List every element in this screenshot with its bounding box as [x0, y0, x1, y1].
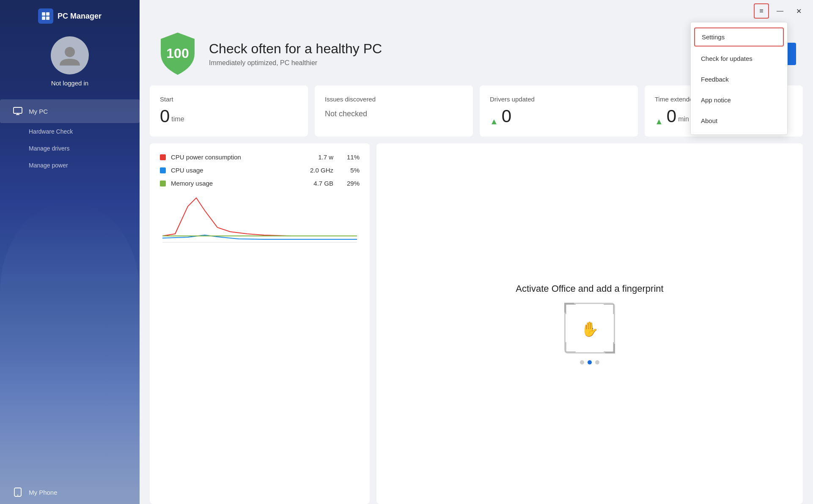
dropdown-item-about[interactable]: About	[691, 110, 787, 131]
fingerprint-container: ▶ ✋	[564, 303, 615, 353]
dropdown-menu: Settings Check for updates Feedback App …	[690, 22, 788, 135]
sidebar-item-my-pc[interactable]: My PC	[0, 99, 140, 123]
metrics-card: CPU power consumption 1.7 w 11% CPU usag…	[150, 143, 370, 504]
svg-text:✋: ✋	[581, 320, 599, 338]
stat-card-drivers: Drivers updated ▲ 0	[480, 85, 638, 137]
hero-title: Check often for a healthy PC	[209, 41, 382, 57]
metric-row-cpu-usage: CPU usage 2.0 GHz 5%	[160, 167, 360, 174]
app-header: PC Manager	[38, 8, 102, 24]
close-button[interactable]: ✕	[791, 3, 806, 19]
cpu-power-val: 1.7 w	[299, 153, 333, 161]
phone-icon	[13, 487, 23, 497]
metric-row-cpu-power: CPU power consumption 1.7 w 11%	[160, 153, 360, 161]
corner-brackets: ✋	[566, 304, 614, 352]
app-logo	[38, 8, 53, 24]
title-bar: ≡ — ✕	[140, 0, 813, 22]
time-arrow-icon: ▲	[655, 117, 663, 126]
minimize-button[interactable]: —	[772, 3, 788, 19]
user-status: Not logged in	[51, 79, 88, 87]
stat-label-drivers: Drivers updated	[490, 96, 628, 103]
sidebar-item-hardware-check[interactable]: Hardware Check	[0, 123, 140, 140]
svg-rect-5	[14, 107, 22, 113]
menu-button[interactable]: ≡	[754, 3, 769, 19]
stat-card-issues: Issues discovered Not checked	[315, 85, 473, 137]
cpu-power-pct: 11%	[338, 153, 360, 161]
cpu-power-name: CPU power consumption	[171, 153, 294, 161]
dot-3[interactable]	[595, 360, 599, 364]
svg-point-4	[65, 47, 75, 57]
my-phone-label: My Phone	[29, 489, 58, 496]
cpu-usage-pct: 5%	[338, 167, 360, 174]
cpu-usage-dot	[160, 167, 166, 173]
shield-svg: 100	[157, 30, 199, 77]
promo-title: Activate Office and add a fingerprint	[516, 283, 663, 294]
dot-1[interactable]	[580, 360, 584, 364]
sidebar-item-my-phone[interactable]: My Phone	[0, 480, 140, 504]
svg-rect-1	[46, 12, 49, 16]
bottom-row: CPU power consumption 1.7 w 11% CPU usag…	[140, 143, 813, 504]
main-content: ≡ — ✕ 100 Check often for a healthy PC I…	[140, 0, 813, 504]
score-shield: 100	[157, 30, 199, 77]
cpu-usage-name: CPU usage	[171, 167, 294, 174]
dropdown-item-app-notice[interactable]: App notice	[691, 90, 787, 110]
memory-name: Memory usage	[171, 180, 294, 187]
app-name: PC Manager	[58, 12, 102, 21]
stat-card-start: Start 0 time	[150, 85, 308, 137]
drivers-arrow-icon: ▲	[490, 117, 498, 126]
cpu-usage-val: 2.0 GHz	[299, 167, 333, 174]
stat-label-start: Start	[160, 96, 298, 103]
memory-pct: 29%	[338, 180, 360, 187]
chart-area	[160, 194, 360, 244]
carousel-dots	[580, 360, 599, 364]
stat-value-start: 0 time	[160, 106, 298, 126]
svg-rect-0	[42, 12, 45, 16]
monitor-icon	[13, 106, 23, 116]
hero-text: Check often for a healthy PC Immediately…	[209, 41, 382, 67]
sidebar-item-manage-drivers[interactable]: Manage drivers	[0, 140, 140, 157]
bottom-nav: My Phone	[0, 480, 140, 504]
svg-rect-2	[42, 16, 45, 20]
hero-subtitle: Immediately optimized, PC healthier	[209, 59, 382, 67]
cpu-power-dot	[160, 154, 166, 160]
sidebar: PC Manager Not logged in My PC Hardware …	[0, 0, 140, 504]
sidebar-item-manage-power[interactable]: Manage power	[0, 157, 140, 174]
svg-rect-3	[46, 16, 49, 20]
metric-row-memory: Memory usage 4.7 GB 29%	[160, 180, 360, 187]
promo-card: Activate Office and add a fingerprint ▶ …	[376, 143, 803, 504]
my-pc-label: My PC	[29, 108, 48, 115]
svg-point-7	[17, 495, 18, 496]
avatar	[51, 36, 89, 74]
dropdown-item-check-updates[interactable]: Check for updates	[691, 48, 787, 69]
dropdown-item-settings[interactable]: Settings	[694, 27, 784, 47]
memory-val: 4.7 GB	[299, 180, 333, 187]
svg-text:100: 100	[166, 46, 189, 61]
memory-dot	[160, 181, 166, 186]
stat-not-checked: Not checked	[325, 110, 463, 118]
stat-label-issues: Issues discovered	[325, 96, 463, 103]
stat-value-drivers: ▲ 0	[490, 106, 628, 126]
dropdown-item-feedback[interactable]: Feedback	[691, 69, 787, 90]
performance-chart	[160, 194, 360, 244]
avatar-icon	[57, 43, 82, 68]
dot-2[interactable]	[588, 360, 592, 364]
